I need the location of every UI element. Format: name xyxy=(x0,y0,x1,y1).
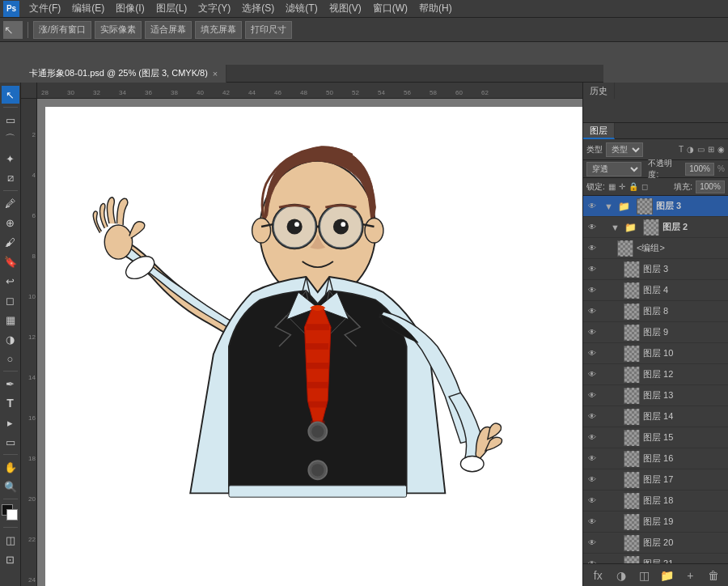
menu-layer[interactable]: 图层(L) xyxy=(151,0,193,17)
all-windows-btn[interactable]: 涨/所有窗口 xyxy=(33,21,91,39)
layer-visibility-toggle[interactable]: 👁 xyxy=(586,222,598,233)
opacity-input[interactable] xyxy=(685,163,714,176)
layer-visibility-toggle[interactable]: 👁 xyxy=(586,264,598,275)
group-button[interactable]: 📁 xyxy=(659,567,675,584)
layer-item[interactable]: 👁 图层 4 xyxy=(583,280,728,301)
layer-visibility-toggle[interactable]: 👁 xyxy=(586,285,598,296)
layer-expand-icon[interactable]: ▼ xyxy=(611,223,620,232)
menu-help[interactable]: 帮助(H) xyxy=(414,0,457,17)
layer-item[interactable]: 👁 图层 17 xyxy=(583,469,728,490)
layer-visibility-toggle[interactable]: 👁 xyxy=(586,432,598,444)
layer-item[interactable]: 👁 图层 8 xyxy=(583,301,728,322)
spot-heal-btn[interactable]: ⊕ xyxy=(2,214,19,231)
menu-image[interactable]: 图像(I) xyxy=(111,0,149,17)
background-color[interactable] xyxy=(6,509,18,520)
menu-file[interactable]: 文件(F) xyxy=(24,0,66,17)
layer-item[interactable]: 👁 图层 10 xyxy=(583,343,728,364)
layer-item[interactable]: 👁 图层 3 xyxy=(583,259,728,280)
lasso-tool-btn[interactable]: ⌒ xyxy=(2,130,19,148)
blur-btn[interactable]: ◑ xyxy=(2,330,19,348)
layer-expand-icon[interactable]: ▼ xyxy=(604,202,613,211)
layer-visibility-toggle[interactable]: 👁 xyxy=(586,348,598,359)
layer-item[interactable]: 👁 ▼ 📁 图层 3 xyxy=(583,196,728,217)
filter-type-select[interactable]: 类型 xyxy=(606,142,643,157)
screen-mode-btn[interactable]: ⊡ xyxy=(2,550,19,568)
hand-tool-btn[interactable]: ✋ xyxy=(2,458,19,476)
layer-item[interactable]: 👁 <编组> xyxy=(583,238,728,259)
eraser-btn[interactable]: ◻ xyxy=(2,291,19,309)
filter-icon-fx[interactable]: T xyxy=(679,145,684,154)
actual-pixels-btn[interactable]: 实际像素 xyxy=(95,21,142,39)
fill-screen-btn[interactable]: 填充屏幕 xyxy=(195,21,242,39)
fill-input[interactable] xyxy=(696,180,725,193)
lock-position-icon[interactable]: ✛ xyxy=(619,182,625,191)
layer-item[interactable]: 👁 图层 15 xyxy=(583,427,728,448)
filter-icon-shape[interactable]: ▭ xyxy=(697,145,705,154)
layer-item[interactable]: 👁 图层 21 xyxy=(583,554,728,563)
brush-tool-btn[interactable]: 🖌 xyxy=(2,233,19,251)
delete-layer-button[interactable]: 🗑 xyxy=(705,567,722,584)
layer-visibility-toggle[interactable]: 👁 xyxy=(586,369,598,380)
lock-pixels-icon[interactable]: ▦ xyxy=(608,182,616,191)
layer-visibility-toggle[interactable]: 👁 xyxy=(586,537,598,549)
adjustment-button[interactable]: ◑ xyxy=(613,567,629,584)
layer-item[interactable]: 👁 图层 18 xyxy=(583,490,728,512)
shape-tool-btn[interactable]: ▭ xyxy=(2,433,19,451)
fit-screen-btn[interactable]: 适合屏幕 xyxy=(145,21,192,39)
history-tab[interactable]: 历史 xyxy=(583,83,615,99)
layer-visibility-toggle[interactable]: 👁 xyxy=(586,474,598,486)
path-select-btn[interactable]: ▸ xyxy=(2,414,19,431)
layer-item[interactable]: 👁 图层 9 xyxy=(583,322,728,343)
stamp-tool-btn[interactable]: 🔖 xyxy=(2,253,19,270)
crop-tool-btn[interactable]: ⧄ xyxy=(2,169,19,187)
layer-visibility-toggle[interactable]: 👁 xyxy=(586,243,598,254)
move-tool[interactable]: ↖ xyxy=(3,21,23,39)
menu-view[interactable]: 视图(V) xyxy=(324,0,366,17)
menu-filter[interactable]: 滤镜(T) xyxy=(281,0,322,17)
canvas-tab[interactable]: 卡通形象08-01.psd @ 25% (图层 3, CMYK/8) × xyxy=(21,65,226,83)
layer-item[interactable]: 👁 图层 13 xyxy=(583,385,728,406)
layer-visibility-toggle[interactable]: 👁 xyxy=(586,495,598,507)
menu-select[interactable]: 选择(S) xyxy=(237,0,279,17)
eyedropper-btn[interactable]: 🖉 xyxy=(2,194,19,212)
layer-item[interactable]: 👁 图层 19 xyxy=(583,512,728,533)
layer-visibility-toggle[interactable]: 👁 xyxy=(586,306,598,317)
layer-visibility-toggle[interactable]: 👁 xyxy=(586,453,598,465)
zoom-tool-btn[interactable]: 🔍 xyxy=(2,478,19,495)
blend-mode-select[interactable]: 穿透 正常 叠加 xyxy=(586,162,641,176)
lock-all-icon[interactable]: 🔒 xyxy=(629,182,638,191)
text-tool-btn[interactable]: T xyxy=(2,394,19,412)
filter-icon-adjust[interactable]: ◑ xyxy=(687,145,694,154)
layers-tab[interactable]: 图层 xyxy=(583,123,615,139)
canvas-content[interactable] xyxy=(37,99,582,586)
move-tool-btn[interactable]: ↖ xyxy=(2,86,19,104)
layer-visibility-toggle[interactable]: 👁 xyxy=(586,411,598,423)
fx-button[interactable]: fx xyxy=(590,567,606,584)
mask-button[interactable]: ◫ xyxy=(636,567,652,584)
filter-icon-layer[interactable]: ⊞ xyxy=(708,145,714,154)
layer-visibility-toggle[interactable]: 👁 xyxy=(586,390,598,401)
tab-close-btn[interactable]: × xyxy=(213,69,218,79)
layer-item[interactable]: 👁 ▼ 📁 图层 2 xyxy=(583,217,728,238)
menu-text[interactable]: 文字(Y) xyxy=(193,0,235,17)
print-size-btn[interactable]: 打印尺寸 xyxy=(245,21,292,39)
layer-item[interactable]: 👁 图层 14 xyxy=(583,406,728,427)
layer-visibility-toggle[interactable]: 👁 xyxy=(586,201,598,212)
layer-item[interactable]: 👁 图层 16 xyxy=(583,448,728,469)
new-layer-button[interactable]: + xyxy=(682,567,698,584)
menu-window[interactable]: 窗口(W) xyxy=(368,0,413,17)
gradient-btn[interactable]: ▦ xyxy=(2,311,19,329)
lock-artboard-icon[interactable]: ◻ xyxy=(641,182,648,191)
marquee-tool-btn[interactable]: ▭ xyxy=(2,111,19,129)
quick-select-btn[interactable]: ✦ xyxy=(2,150,19,168)
layer-item[interactable]: 👁 图层 12 xyxy=(583,364,728,385)
menu-edit[interactable]: 编辑(E) xyxy=(67,0,109,17)
layer-visibility-toggle[interactable]: 👁 xyxy=(586,516,598,528)
history-brush-btn[interactable]: ↩ xyxy=(2,272,19,290)
layer-item[interactable]: 👁 图层 20 xyxy=(583,533,728,554)
quick-mask-btn[interactable]: ◫ xyxy=(2,531,19,549)
filter-icon-smart[interactable]: ◉ xyxy=(717,145,725,154)
dodge-btn[interactable]: ○ xyxy=(2,350,19,367)
layer-visibility-toggle[interactable]: 👁 xyxy=(586,327,598,338)
layers-list[interactable]: 👁 ▼ 📁 图层 3 👁 ▼ 📁 图层 2 👁 <编组> 👁 图层 xyxy=(583,196,728,563)
